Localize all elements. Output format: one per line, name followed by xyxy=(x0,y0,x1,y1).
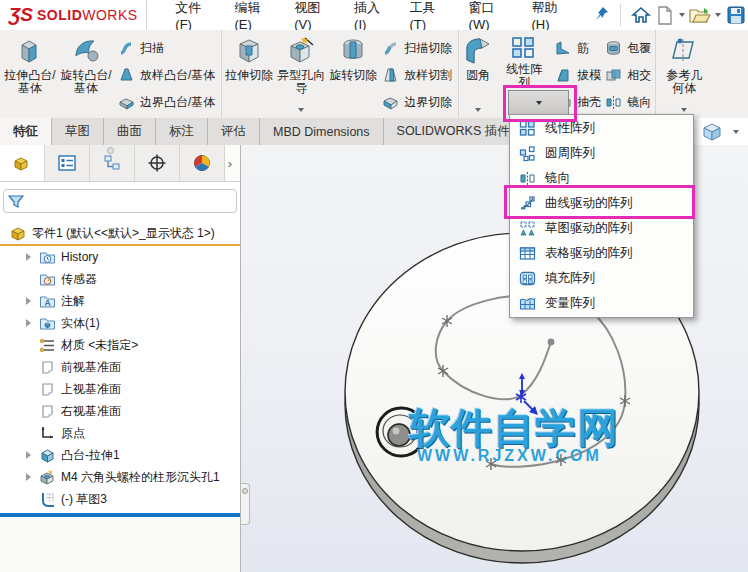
hole-wizard-button[interactable]: 异型孔向导 xyxy=(274,32,328,118)
save-button[interactable] xyxy=(724,3,748,27)
tree-root-part[interactable]: 零件1 (默认<<默认>_显示状态 1>) xyxy=(0,222,240,246)
tree-item-annotations[interactable]: A 注解 xyxy=(0,290,240,312)
part-icon xyxy=(12,154,32,172)
lofted-cut-button[interactable]: 放样切割 xyxy=(382,64,452,86)
linear-pattern-flyout-button[interactable] xyxy=(508,90,569,115)
reference-geometry-label: 参考几何体 xyxy=(661,69,707,95)
pin-menu-icon[interactable] xyxy=(592,6,612,25)
home-button[interactable] xyxy=(629,3,653,27)
tree-item-history[interactable]: History xyxy=(0,246,240,268)
tree-item-label: 注解 xyxy=(61,293,85,310)
tree-item-top-plane[interactable]: 上视基准面 xyxy=(0,378,240,400)
panel-tabs-overflow[interactable]: › xyxy=(225,145,240,181)
reference-geometry-button[interactable]: 参考几何体 xyxy=(658,32,710,118)
swept-boss-button[interactable]: 扫描 xyxy=(118,37,215,59)
mirror-button[interactable]: 镜向 xyxy=(605,91,651,113)
tree-filter-input[interactable] xyxy=(3,189,237,213)
reference-geometry-dropdown-icon[interactable] xyxy=(681,108,687,112)
tree-item-material[interactable]: 材质 <未指定> xyxy=(0,334,240,356)
tree-item-origin[interactable]: 原点 xyxy=(0,422,240,444)
open-dropdown-icon[interactable] xyxy=(715,13,721,17)
wrap-icon xyxy=(605,40,622,57)
linear-pattern-icon xyxy=(511,36,537,60)
history-folder-icon xyxy=(39,249,56,266)
expand-arrow-icon[interactable] xyxy=(26,319,31,327)
tab-propertymanager[interactable] xyxy=(45,145,90,181)
open-button[interactable] xyxy=(688,3,712,27)
expand-arrow-icon[interactable] xyxy=(26,451,31,459)
menu-item-sketch-driven-pattern[interactable]: 草图驱动的阵列 xyxy=(510,216,693,241)
heads-up-dropdown-icon[interactable] xyxy=(733,130,739,134)
tree-item-front-plane[interactable]: 前视基准面 xyxy=(0,356,240,378)
tree-item-boss-extrude1[interactable]: 凸台-拉伸1 xyxy=(0,444,240,466)
tree-item-label: 传感器 xyxy=(61,271,97,288)
tab-featuremanager-tree[interactable] xyxy=(0,145,45,181)
swept-cut-button[interactable]: 扫描切除 xyxy=(382,37,452,59)
expand-arrow-icon[interactable] xyxy=(26,297,31,305)
tree-root-label: 零件1 (默认<<默认>_显示状态 1>) xyxy=(32,225,215,242)
menu-item-label: 线性阵列 xyxy=(545,120,595,137)
linear-pattern-button[interactable]: 线性阵列 xyxy=(495,32,553,94)
swept-boss-icon xyxy=(118,40,135,57)
menu-item-variable-pattern[interactable]: 变量阵列 xyxy=(510,291,693,316)
tree-item-right-plane[interactable]: 右视基准面 xyxy=(0,400,240,422)
material-icon xyxy=(39,337,56,354)
sketch-icon xyxy=(39,491,56,508)
solidworks-logo: ƷS SOLIDWORKS xyxy=(0,0,147,30)
lofted-boss-label: 放样凸台/基体 xyxy=(140,67,215,84)
wrap-button[interactable]: 包覆 xyxy=(605,37,651,59)
expand-arrow-icon[interactable] xyxy=(26,253,31,261)
mirror-label: 镜向 xyxy=(627,94,651,111)
tab-features[interactable]: 特征 xyxy=(0,118,52,145)
tab-evaluate[interactable]: 评估 xyxy=(208,118,260,145)
tree-item-sensors[interactable]: 传感器 xyxy=(0,268,240,290)
tree-item-solid-bodies[interactable]: 实体(1) xyxy=(0,312,240,334)
boss-stack: 扫描 放样凸台/基体 边界凸台/基体 xyxy=(114,32,219,118)
tab-dimxpertmanager[interactable] xyxy=(135,145,180,181)
new-document-dropdown-icon[interactable] xyxy=(679,13,685,17)
lofted-boss-button[interactable]: 放样凸台/基体 xyxy=(118,64,215,86)
tab-sketch[interactable]: 草图 xyxy=(52,118,104,145)
curve-driven-pattern-icon xyxy=(519,195,536,212)
boundary-cut-button[interactable]: 边界切除 xyxy=(382,91,452,113)
intersect-label: 相交 xyxy=(627,67,651,84)
rib-button[interactable]: 筋 xyxy=(555,37,601,59)
hole-wizard-dropdown-icon[interactable] xyxy=(298,108,304,112)
selected-point-marker[interactable] xyxy=(516,373,538,415)
drawing-view-icon[interactable] xyxy=(700,122,724,142)
boss-extrude-icon xyxy=(39,447,56,464)
menu-item-mirror[interactable]: 镜向 xyxy=(510,166,693,191)
tab-surfaces[interactable]: 曲面 xyxy=(104,118,156,145)
menu-item-curve-driven-pattern[interactable]: 曲线驱动的阵列 xyxy=(510,191,693,216)
origin-icon xyxy=(39,425,56,442)
tree-item-m4-counterbore-hole[interactable]: M4 六角头螺栓的柱形沉头孔1 xyxy=(0,466,240,488)
menu-item-circular-pattern[interactable]: 圆周阵列 xyxy=(510,141,693,166)
dimxpert-crosshair-icon xyxy=(147,154,167,172)
new-document-button[interactable] xyxy=(653,3,677,27)
fillet-button[interactable]: 圆角 xyxy=(461,32,495,118)
revolved-cut-button[interactable]: 旋转切除 xyxy=(328,32,378,118)
part-icon xyxy=(10,225,27,242)
menu-item-table-driven-pattern[interactable]: 表格驱动的阵列 xyxy=(510,241,693,266)
menu-item-label: 变量阵列 xyxy=(545,295,595,312)
intersect-button[interactable]: 相交 xyxy=(605,64,651,86)
menu-item-fill-pattern[interactable]: 填充阵列 xyxy=(510,266,693,291)
draft-button[interactable]: 拔模 xyxy=(555,64,601,86)
tab-mbd-dimensions[interactable]: MBD Dimensions xyxy=(260,118,384,145)
fillet-dropdown-icon[interactable] xyxy=(475,108,481,112)
tab-displaymanager[interactable] xyxy=(180,145,225,181)
tab-solidworks-addins[interactable]: SOLIDWORKS 插件 xyxy=(384,118,524,145)
panel-grip-dot[interactable] xyxy=(107,147,114,154)
revolved-boss-button[interactable]: 旋转凸台/基体 xyxy=(58,32,114,118)
tab-annotation[interactable]: 标注 xyxy=(156,118,208,145)
hole-wizard-feature-icon xyxy=(39,469,56,486)
panel-splitter-handle[interactable] xyxy=(241,483,250,525)
expand-arrow-icon[interactable] xyxy=(26,473,31,481)
menu-item-linear-pattern[interactable]: 线性阵列 xyxy=(510,116,693,141)
boundary-boss-button[interactable]: 边界凸台/基体 xyxy=(118,91,215,113)
extruded-cut-button[interactable]: 拉伸切除 xyxy=(224,32,274,118)
tree-item-sketch3[interactable]: (-) 草图3 xyxy=(0,488,240,510)
logo-text-bold: SOLID xyxy=(37,7,82,23)
extruded-boss-button[interactable]: 拉伸凸台/基体 xyxy=(2,32,58,118)
swept-cut-icon xyxy=(382,40,399,57)
